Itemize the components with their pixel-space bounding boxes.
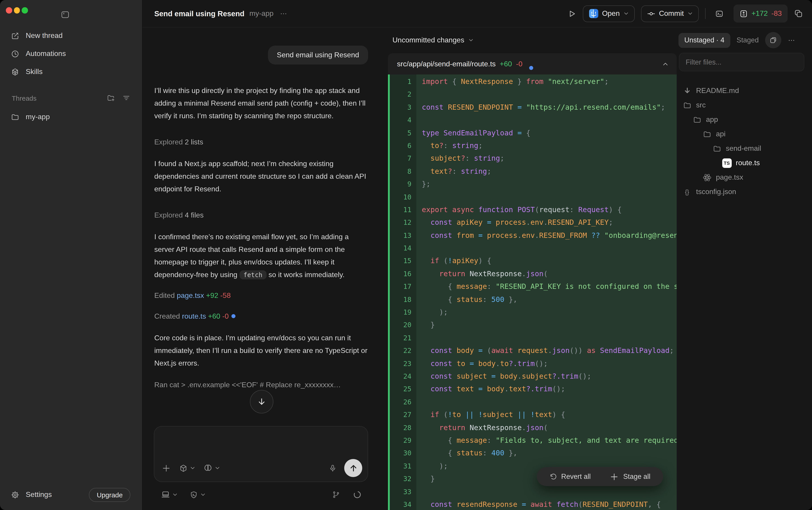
terminal-button[interactable] xyxy=(712,6,727,21)
line-number: 11 xyxy=(388,203,415,217)
code-text: return NextResponse.json( xyxy=(415,267,677,281)
new-workspace-folder-icon[interactable] xyxy=(107,94,115,102)
file-removed: -0 xyxy=(220,312,229,320)
stage-all-button[interactable]: Stage all xyxy=(607,472,653,482)
code-text: if (!to || !subject || !text) { xyxy=(415,408,677,421)
microphone-icon[interactable] xyxy=(328,464,337,472)
attach-plus-icon[interactable] xyxy=(161,463,171,473)
file-link[interactable]: page.tsx xyxy=(177,291,204,299)
settings-label[interactable]: Settings xyxy=(26,490,52,499)
code-line: 28 return NextResponse.json( xyxy=(388,421,677,434)
file-added: +60 xyxy=(206,312,220,320)
file-lines-added: +60 xyxy=(500,60,512,68)
code-line: 34 const resendResponse = await fetch(RE… xyxy=(388,498,677,510)
line-number: 26 xyxy=(388,396,415,409)
tool-step[interactable]: Explored 4 files xyxy=(154,209,368,222)
permissions-picker[interactable] xyxy=(189,490,206,499)
send-button[interactable] xyxy=(344,459,362,477)
file-stack-button[interactable] xyxy=(765,32,781,48)
reasoning-picker[interactable] xyxy=(204,463,220,473)
git-branch-icon[interactable] xyxy=(332,490,340,499)
upgrade-button[interactable]: Upgrade xyxy=(89,488,130,502)
code-text: subject?: string; xyxy=(415,152,677,165)
code-line: 29 { message: "Fields to, subject, and t… xyxy=(388,434,677,447)
tab-unstaged[interactable]: Unstaged · 4 xyxy=(679,33,730,48)
modified-dot xyxy=(529,66,533,70)
file-tree-item-app[interactable]: app xyxy=(679,112,810,127)
diff-stats-badge[interactable]: +172 -83 xyxy=(733,4,788,23)
code-line: 18 { status: 500 }, xyxy=(388,293,677,306)
code-line: 1import { NextResponse } from "next/serv… xyxy=(388,75,677,88)
folder-icon xyxy=(702,130,712,138)
commit-icon xyxy=(647,9,655,18)
code-text: export async function POST(request: Requ… xyxy=(415,203,677,217)
code-line: 26 xyxy=(388,396,677,409)
thread-menu-button[interactable] xyxy=(280,10,288,18)
maximize-window-button[interactable] xyxy=(22,7,28,13)
sidebar-item-label: Skills xyxy=(26,68,42,76)
changes-header[interactable]: Uncommitted changes xyxy=(392,33,474,47)
usage-ring-icon xyxy=(353,490,362,499)
code-line: 12 const apiKey = process.env.RESEND_API… xyxy=(388,217,677,229)
sidebar-item-skills[interactable]: Skills xyxy=(0,63,142,81)
run-button[interactable] xyxy=(567,9,576,18)
step-detail: 4 files xyxy=(185,211,204,219)
filter-threads-icon[interactable] xyxy=(122,94,130,102)
chevron-down-icon xyxy=(688,11,693,16)
line-number: 34 xyxy=(388,498,415,510)
file-tree-item-route-ts[interactable]: TSroute.ts xyxy=(679,156,810,170)
sidebar-item-label: New thread xyxy=(26,32,63,40)
file-name: api xyxy=(716,130,726,138)
commit-button[interactable]: Commit xyxy=(641,5,698,22)
line-number: 15 xyxy=(388,255,415,267)
file-tree-item-send-email[interactable]: send-email xyxy=(679,141,810,156)
sidebar-item-automations[interactable]: Automations xyxy=(0,45,142,63)
scroll-to-bottom-button[interactable] xyxy=(250,390,273,414)
filter-files-input[interactable] xyxy=(679,53,804,71)
chat-input[interactable] xyxy=(161,432,362,459)
code-line: 30 { status: 400 }, xyxy=(388,447,677,460)
file-link[interactable]: route.ts xyxy=(182,312,206,320)
diff-file-header[interactable]: src/app/api/send-email/route.ts +60 -0 xyxy=(388,53,677,75)
model-context-picker[interactable] xyxy=(179,464,195,472)
line-number: 25 xyxy=(388,383,415,396)
tool-step[interactable]: Explored 2 lists xyxy=(154,136,368,148)
minimize-window-button[interactable] xyxy=(14,7,20,13)
file-tree-item-readme-md[interactable]: README.md xyxy=(679,84,810,98)
diff-icon xyxy=(740,9,748,18)
thread-item-my-app[interactable]: my-app xyxy=(0,108,142,126)
chat-input-box[interactable] xyxy=(154,426,368,482)
code-text xyxy=(415,332,677,345)
code-line: 33 xyxy=(388,485,677,498)
file-name: page.tsx xyxy=(716,173,743,181)
tab-staged[interactable]: Staged xyxy=(736,36,759,44)
code-line: 6 to?: string; xyxy=(388,139,677,152)
sidebar-toggle-icon[interactable] xyxy=(60,10,70,20)
close-window-button[interactable] xyxy=(6,7,12,13)
code-text: const subject = body.subject?.trim(); xyxy=(415,370,677,383)
line-number: 16 xyxy=(388,267,415,281)
finder-icon xyxy=(589,8,598,19)
more-options-button[interactable] xyxy=(788,36,795,44)
line-number: 7 xyxy=(388,152,415,165)
laptop-icon xyxy=(161,490,170,499)
file-tree-item-tsconfig-json[interactable]: {}tsconfig.json xyxy=(679,185,810,199)
file-action: Created route.ts +60 -0 xyxy=(154,310,368,323)
collapse-chevron-up-icon[interactable] xyxy=(662,61,668,67)
file-tree-item-page-tsx[interactable]: page.tsx xyxy=(679,170,810,185)
sidebar-item-new-thread[interactable]: New thread xyxy=(0,27,142,45)
line-number: 8 xyxy=(388,165,415,178)
file-tree-item-api[interactable]: api xyxy=(679,127,810,141)
skills-icon xyxy=(11,67,20,76)
changes-header-label: Uncommitted changes xyxy=(392,36,464,44)
ran-command[interactable]: Ran cat > .env.example <<'EOF' # Replace… xyxy=(154,379,368,391)
open-button[interactable]: Open xyxy=(582,5,634,22)
duplicate-window-icon[interactable] xyxy=(794,9,803,18)
revert-all-button[interactable]: Revert all xyxy=(547,472,594,481)
assistant-paragraph: I confirmed there’s no existing email fl… xyxy=(154,231,368,281)
folder-icon xyxy=(712,144,722,153)
divider xyxy=(705,8,705,19)
file-tree-item-src[interactable]: src xyxy=(679,98,810,112)
line-number: 20 xyxy=(388,319,415,332)
device-picker[interactable] xyxy=(161,490,178,499)
